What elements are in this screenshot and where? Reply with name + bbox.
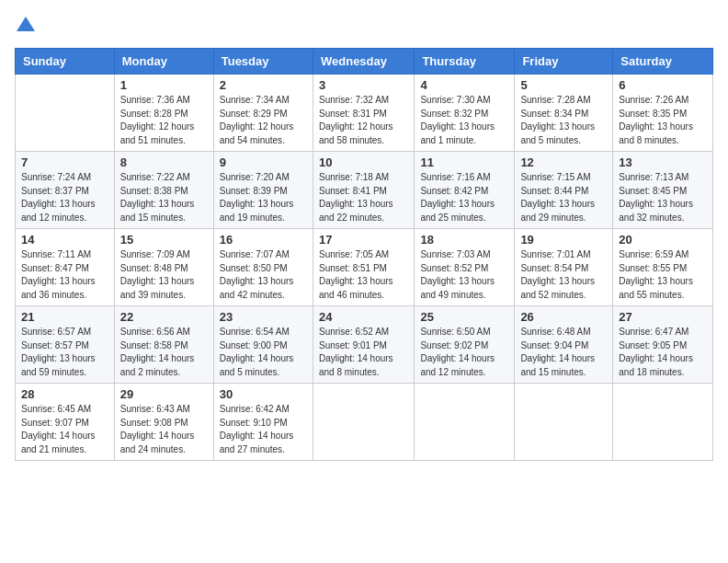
day-info: Sunrise: 6:52 AM Sunset: 9:01 PM Dayligh… xyxy=(319,326,408,379)
day-info: Sunrise: 7:22 AM Sunset: 8:38 PM Dayligh… xyxy=(120,171,208,224)
day-number: 21 xyxy=(21,310,108,324)
calendar-cell: 4Sunrise: 7:30 AM Sunset: 8:32 PM Daylig… xyxy=(415,75,515,152)
calendar-cell: 3Sunrise: 7:32 AM Sunset: 8:31 PM Daylig… xyxy=(313,75,414,152)
day-number: 11 xyxy=(420,155,508,169)
calendar-cell xyxy=(613,384,713,461)
day-info: Sunrise: 6:57 AM Sunset: 8:57 PM Dayligh… xyxy=(21,326,108,379)
day-info: Sunrise: 7:18 AM Sunset: 8:41 PM Dayligh… xyxy=(319,171,408,224)
calendar-cell: 28Sunrise: 6:45 AM Sunset: 9:07 PM Dayli… xyxy=(16,384,115,461)
calendar-cell: 14Sunrise: 7:11 AM Sunset: 8:47 PM Dayli… xyxy=(16,229,115,306)
calendar-cell: 2Sunrise: 7:34 AM Sunset: 8:29 PM Daylig… xyxy=(213,75,313,152)
calendar-body: 1Sunrise: 7:36 AM Sunset: 8:28 PM Daylig… xyxy=(16,75,713,461)
day-number: 18 xyxy=(420,233,508,247)
day-number: 29 xyxy=(120,387,208,401)
day-number: 1 xyxy=(120,78,208,92)
calendar-cell: 1Sunrise: 7:36 AM Sunset: 8:28 PM Daylig… xyxy=(114,75,213,152)
day-info: Sunrise: 6:48 AM Sunset: 9:04 PM Dayligh… xyxy=(520,326,607,379)
svg-marker-0 xyxy=(17,17,35,31)
day-info: Sunrise: 6:54 AM Sunset: 9:00 PM Dayligh… xyxy=(220,326,307,379)
calendar-cell: 22Sunrise: 6:56 AM Sunset: 8:58 PM Dayli… xyxy=(114,306,213,384)
day-number: 24 xyxy=(319,310,408,324)
day-number: 20 xyxy=(619,233,707,247)
calendar-cell xyxy=(313,384,414,461)
calendar-cell: 13Sunrise: 7:13 AM Sunset: 8:45 PM Dayli… xyxy=(613,152,713,229)
day-info: Sunrise: 7:16 AM Sunset: 8:42 PM Dayligh… xyxy=(420,171,508,224)
day-number: 6 xyxy=(619,78,707,92)
day-number: 3 xyxy=(319,78,408,92)
header-cell-sunday: Sunday xyxy=(16,49,115,75)
calendar-cell: 17Sunrise: 7:05 AM Sunset: 8:51 PM Dayli… xyxy=(313,229,414,306)
day-number: 12 xyxy=(520,155,607,169)
calendar-week-row: 7Sunrise: 7:24 AM Sunset: 8:37 PM Daylig… xyxy=(16,152,713,229)
day-number: 22 xyxy=(120,310,208,324)
calendar-cell: 26Sunrise: 6:48 AM Sunset: 9:04 PM Dayli… xyxy=(515,306,613,384)
calendar-week-row: 1Sunrise: 7:36 AM Sunset: 8:28 PM Daylig… xyxy=(16,75,713,152)
day-info: Sunrise: 6:45 AM Sunset: 9:07 PM Dayligh… xyxy=(21,403,108,456)
calendar-cell: 25Sunrise: 6:50 AM Sunset: 9:02 PM Dayli… xyxy=(415,306,515,384)
header-cell-thursday: Thursday xyxy=(415,49,515,75)
day-info: Sunrise: 7:28 AM Sunset: 8:34 PM Dayligh… xyxy=(520,94,607,147)
page-header xyxy=(15,15,713,37)
calendar-cell xyxy=(16,75,115,152)
calendar-cell: 6Sunrise: 7:26 AM Sunset: 8:35 PM Daylig… xyxy=(613,75,713,152)
header-cell-tuesday: Tuesday xyxy=(213,49,313,75)
day-info: Sunrise: 6:56 AM Sunset: 8:58 PM Dayligh… xyxy=(120,326,208,379)
calendar-cell: 10Sunrise: 7:18 AM Sunset: 8:41 PM Dayli… xyxy=(313,152,414,229)
day-number: 17 xyxy=(319,233,408,247)
day-info: Sunrise: 7:26 AM Sunset: 8:35 PM Dayligh… xyxy=(619,94,707,147)
day-number: 2 xyxy=(220,78,307,92)
calendar-week-row: 21Sunrise: 6:57 AM Sunset: 8:57 PM Dayli… xyxy=(16,306,713,384)
day-info: Sunrise: 7:05 AM Sunset: 8:51 PM Dayligh… xyxy=(319,248,408,302)
calendar-week-row: 28Sunrise: 6:45 AM Sunset: 9:07 PM Dayli… xyxy=(16,384,713,461)
day-info: Sunrise: 7:32 AM Sunset: 8:31 PM Dayligh… xyxy=(319,94,408,147)
calendar-cell: 8Sunrise: 7:22 AM Sunset: 8:38 PM Daylig… xyxy=(114,152,213,229)
calendar-cell: 16Sunrise: 7:07 AM Sunset: 8:50 PM Dayli… xyxy=(213,229,313,306)
calendar-cell xyxy=(415,384,515,461)
calendar-cell: 30Sunrise: 6:42 AM Sunset: 9:10 PM Dayli… xyxy=(213,384,313,461)
day-info: Sunrise: 7:36 AM Sunset: 8:28 PM Dayligh… xyxy=(120,94,208,147)
day-number: 8 xyxy=(120,155,208,169)
calendar-cell: 23Sunrise: 6:54 AM Sunset: 9:00 PM Dayli… xyxy=(213,306,313,384)
day-info: Sunrise: 6:47 AM Sunset: 9:05 PM Dayligh… xyxy=(619,326,707,379)
header-cell-wednesday: Wednesday xyxy=(313,49,414,75)
day-info: Sunrise: 7:01 AM Sunset: 8:54 PM Dayligh… xyxy=(520,248,607,302)
day-info: Sunrise: 6:59 AM Sunset: 8:55 PM Dayligh… xyxy=(619,248,707,302)
day-number: 25 xyxy=(420,310,508,324)
calendar-cell: 24Sunrise: 6:52 AM Sunset: 9:01 PM Dayli… xyxy=(313,306,414,384)
day-info: Sunrise: 7:24 AM Sunset: 8:37 PM Dayligh… xyxy=(21,171,108,224)
calendar-cell: 21Sunrise: 6:57 AM Sunset: 8:57 PM Dayli… xyxy=(16,306,115,384)
day-number: 16 xyxy=(220,233,307,247)
calendar-week-row: 14Sunrise: 7:11 AM Sunset: 8:47 PM Dayli… xyxy=(16,229,713,306)
day-number: 28 xyxy=(21,387,108,401)
calendar-cell: 5Sunrise: 7:28 AM Sunset: 8:34 PM Daylig… xyxy=(515,75,613,152)
calendar-cell: 12Sunrise: 7:15 AM Sunset: 8:44 PM Dayli… xyxy=(515,152,613,229)
day-info: Sunrise: 7:13 AM Sunset: 8:45 PM Dayligh… xyxy=(619,171,707,224)
day-number: 13 xyxy=(619,155,707,169)
day-info: Sunrise: 7:07 AM Sunset: 8:50 PM Dayligh… xyxy=(220,248,307,302)
calendar-cell: 20Sunrise: 6:59 AM Sunset: 8:55 PM Dayli… xyxy=(613,229,713,306)
day-info: Sunrise: 6:43 AM Sunset: 9:08 PM Dayligh… xyxy=(120,403,208,456)
day-number: 15 xyxy=(120,233,208,247)
header-cell-monday: Monday xyxy=(114,49,213,75)
calendar-cell xyxy=(515,384,613,461)
calendar-cell: 9Sunrise: 7:20 AM Sunset: 8:39 PM Daylig… xyxy=(213,152,313,229)
calendar-cell: 18Sunrise: 7:03 AM Sunset: 8:52 PM Dayli… xyxy=(415,229,515,306)
calendar-cell: 27Sunrise: 6:47 AM Sunset: 9:05 PM Dayli… xyxy=(613,306,713,384)
header-cell-saturday: Saturday xyxy=(613,49,713,75)
day-info: Sunrise: 7:09 AM Sunset: 8:48 PM Dayligh… xyxy=(120,248,208,302)
day-number: 14 xyxy=(21,233,108,247)
logo-icon xyxy=(15,15,37,37)
header-cell-friday: Friday xyxy=(515,49,613,75)
day-number: 26 xyxy=(520,310,607,324)
calendar-header-row: SundayMondayTuesdayWednesdayThursdayFrid… xyxy=(16,49,713,75)
day-info: Sunrise: 6:50 AM Sunset: 9:02 PM Dayligh… xyxy=(420,326,508,379)
day-info: Sunrise: 7:20 AM Sunset: 8:39 PM Dayligh… xyxy=(220,171,307,224)
day-number: 9 xyxy=(220,155,307,169)
day-info: Sunrise: 7:34 AM Sunset: 8:29 PM Dayligh… xyxy=(220,94,307,147)
day-number: 5 xyxy=(520,78,607,92)
day-number: 27 xyxy=(619,310,707,324)
day-info: Sunrise: 7:03 AM Sunset: 8:52 PM Dayligh… xyxy=(420,248,508,302)
day-info: Sunrise: 7:11 AM Sunset: 8:47 PM Dayligh… xyxy=(21,248,108,302)
day-number: 30 xyxy=(220,387,307,401)
day-info: Sunrise: 7:30 AM Sunset: 8:32 PM Dayligh… xyxy=(420,94,508,147)
